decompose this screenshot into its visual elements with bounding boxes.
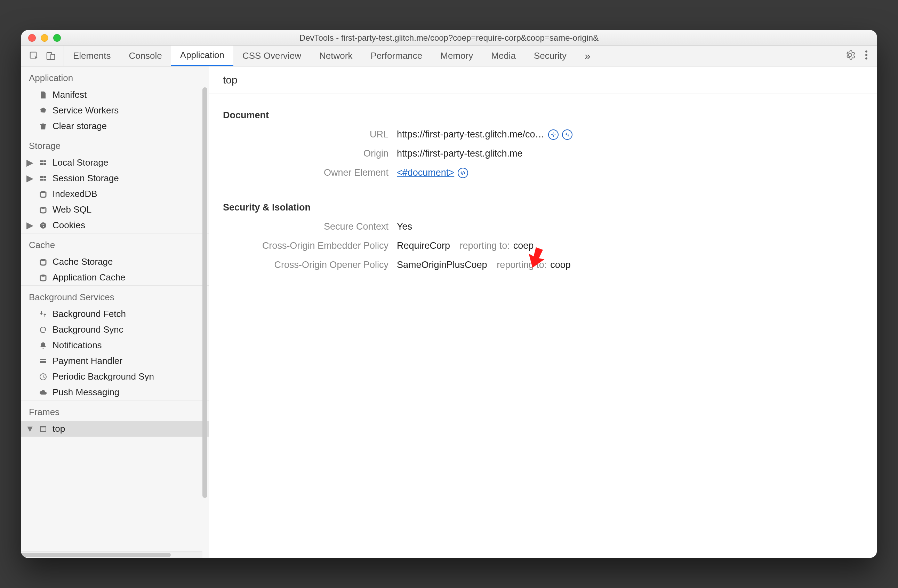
device-toolbar-icon[interactable]	[46, 51, 56, 61]
tab-css-overview[interactable]: CSS Overview	[234, 46, 310, 66]
sidebar-item-label: Clear storage	[52, 121, 107, 131]
svg-rect-10	[43, 163, 46, 165]
svg-point-19	[43, 224, 45, 225]
section-document: Document	[223, 110, 863, 121]
value-coep: RequireCorp	[397, 240, 450, 251]
cloud-icon	[38, 388, 48, 397]
sidebar-item-cache-storage[interactable]: Cache Storage	[21, 254, 209, 269]
sidebar-item-background-sync[interactable]: Background Sync	[21, 322, 209, 337]
bell-icon	[38, 341, 48, 350]
sidebar-item-label: Push Messaging	[52, 387, 119, 398]
tab-network[interactable]: Network	[310, 46, 361, 66]
sidebar-item-session-storage[interactable]: ▶Session Storage	[21, 171, 209, 186]
section-security-isolation: Security & Isolation	[223, 202, 863, 213]
chevron-right-icon[interactable]: ▶	[27, 220, 33, 231]
svg-point-4	[865, 54, 867, 56]
sidebar-item-label: Background Sync	[52, 324, 123, 335]
sidebar-item-websql[interactable]: Web SQL	[21, 202, 209, 217]
chevron-down-icon[interactable]: ▼	[27, 423, 33, 434]
value-origin: https://first-party-test.glitch.me	[397, 148, 523, 159]
tab-security[interactable]: Security	[525, 46, 576, 66]
sidebar-section-frames: Frames	[21, 400, 209, 421]
inspect-element-icon[interactable]	[29, 51, 39, 61]
sidebar-item-label: Service Workers	[52, 105, 118, 116]
tabstrip-actions	[836, 46, 877, 66]
tab-memory[interactable]: Memory	[431, 46, 482, 66]
row-origin: Origin https://first-party-test.glitch.m…	[223, 148, 863, 159]
gear-icon	[38, 106, 48, 115]
sidebar-scrollbar-thumb[interactable]	[202, 87, 207, 498]
copy-url-icon[interactable]	[548, 129, 558, 140]
sidebar-item-cookies[interactable]: ▶Cookies	[21, 217, 209, 233]
tab-performance[interactable]: Performance	[361, 46, 431, 66]
sidebar-item-application-cache[interactable]: Application Cache	[21, 269, 209, 285]
cookie-icon	[38, 221, 48, 229]
sidebar-h-scrollbar[interactable]	[21, 551, 202, 558]
annotation-arrow-icon	[522, 244, 550, 274]
svg-rect-8	[43, 160, 46, 162]
devtools-window: DevTools - first-party-test.glitch.me/co…	[21, 30, 877, 558]
svg-point-22	[40, 274, 46, 277]
sidebar-item-service-workers[interactable]: Service Workers	[21, 103, 209, 118]
sidebar-item-label: Manifest	[52, 89, 87, 100]
sidebar-item-frame-top[interactable]: ▼top	[21, 421, 209, 437]
label-owner-element: Owner Element	[223, 167, 397, 178]
coep-reporting-prefix: reporting to:	[460, 240, 510, 251]
label-url: URL	[223, 129, 397, 140]
svg-rect-12	[43, 176, 46, 178]
tab-media[interactable]: Media	[482, 46, 525, 66]
window-zoom-button[interactable]	[53, 34, 61, 42]
sidebar-item-manifest[interactable]: Manifest	[21, 87, 209, 103]
label-coop: Cross-Origin Opener Policy	[223, 260, 397, 270]
owner-element-link[interactable]: <#document>	[397, 167, 454, 178]
sidebar-h-scrollbar-thumb[interactable]	[21, 553, 171, 557]
svg-rect-7	[40, 160, 43, 162]
tab-more-icon[interactable]: »	[576, 46, 600, 66]
row-secure-context: Secure Context Yes	[223, 221, 863, 232]
tab-elements[interactable]: Elements	[64, 46, 120, 66]
clock-icon	[38, 373, 48, 381]
reveal-elements-icon[interactable]	[458, 168, 468, 178]
card-icon	[38, 357, 48, 365]
tab-application[interactable]: Application	[171, 46, 234, 66]
svg-point-3	[865, 51, 867, 52]
svg-point-15	[40, 191, 46, 193]
sidebar-item-local-storage[interactable]: ▶Local Storage	[21, 155, 209, 171]
grid-icon	[38, 174, 48, 183]
trash-icon	[38, 122, 48, 131]
window-close-button[interactable]	[28, 34, 36, 42]
window-titlebar: DevTools - first-party-test.glitch.me/co…	[21, 30, 877, 46]
sidebar-item-clear-storage[interactable]: Clear storage	[21, 118, 209, 134]
svg-point-17	[40, 222, 46, 229]
settings-icon[interactable]	[845, 50, 855, 62]
window-minimize-button[interactable]	[41, 34, 48, 42]
frame-heading: top	[209, 66, 877, 94]
sidebar-item-notifications[interactable]: Notifications	[21, 337, 209, 353]
sidebar-item-indexeddb[interactable]: IndexedDB	[21, 186, 209, 202]
sidebar-item-payment-handler[interactable]: Payment Handler	[21, 353, 209, 369]
svg-point-27	[553, 134, 554, 135]
database-icon	[38, 274, 48, 282]
window-controls	[28, 34, 61, 42]
sidebar-item-label: Session Storage	[52, 173, 119, 184]
sidebar-item-push-messaging[interactable]: Push Messaging	[21, 385, 209, 400]
chevron-right-icon[interactable]: ▶	[27, 173, 33, 184]
sidebar-section-storage: Storage	[21, 134, 209, 155]
sidebar-item-label: Cookies	[52, 220, 85, 231]
label-origin: Origin	[223, 148, 397, 159]
tab-console[interactable]: Console	[120, 46, 171, 66]
sidebar-item-background-fetch[interactable]: Background Fetch	[21, 306, 209, 322]
svg-point-16	[40, 207, 46, 209]
application-sidebar[interactable]: Application Manifest Service Workers Cle…	[21, 66, 209, 558]
inspect-controls	[21, 46, 64, 66]
chevron-right-icon[interactable]: ▶	[27, 157, 33, 168]
sidebar-section-cache: Cache	[21, 233, 209, 254]
sidebar-item-periodic-background-sync[interactable]: Periodic Background Syn	[21, 369, 209, 385]
label-coep: Cross-Origin Embedder Policy	[223, 240, 397, 251]
reveal-network-icon[interactable]	[562, 129, 572, 140]
svg-rect-2	[51, 54, 55, 60]
kebab-menu-icon[interactable]	[865, 50, 868, 62]
sidebar-item-label: Application Cache	[52, 272, 126, 283]
sidebar-item-label: top	[52, 423, 65, 434]
svg-point-21	[40, 259, 46, 261]
